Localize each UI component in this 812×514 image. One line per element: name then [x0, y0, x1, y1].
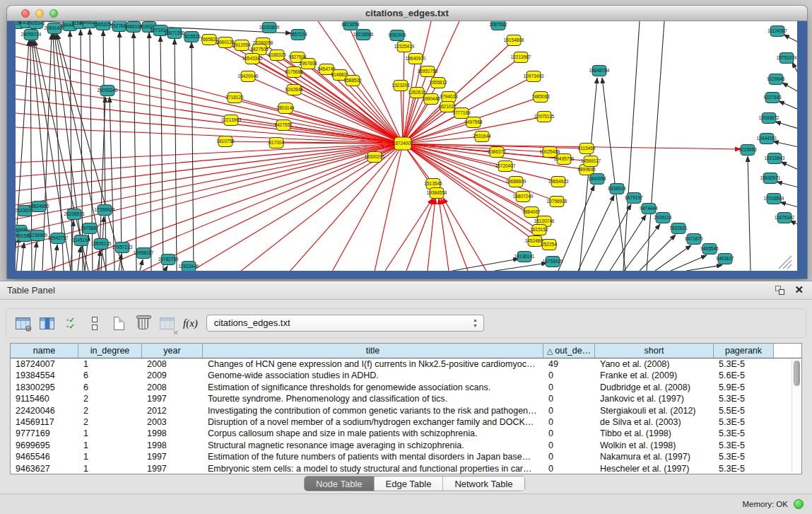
resize-grip-icon[interactable] — [787, 264, 792, 269]
graph-node[interactable]: 1990448 — [422, 94, 440, 105]
graph-node[interactable]: 12213963 — [221, 115, 242, 126]
graph-node[interactable]: 7955812 — [429, 78, 447, 88]
graph-node[interactable]: 17957223 — [112, 243, 133, 253]
graph-node[interactable]: 8813054 — [341, 21, 360, 30]
cell-year[interactable]: 1997 — [142, 393, 203, 404]
cell-title[interactable]: Changes of HCN gene expression and I(f) … — [203, 358, 543, 370]
graph-node[interactable]: 13505135 — [91, 239, 112, 250]
row-selector-icon[interactable] — [84, 313, 105, 334]
graph-node[interactable]: 19654923 — [548, 177, 569, 187]
cell-in_degree[interactable]: 2 — [78, 393, 142, 404]
cell-out_de[interactable]: 0 — [543, 428, 595, 439]
cell-pagerank[interactable]: 5.3E-5 — [714, 416, 774, 428]
cell-in_degree[interactable]: 2 — [78, 405, 142, 416]
cell-pagerank[interactable]: 5.5E-5 — [714, 405, 774, 416]
cell-in_degree[interactable]: 1 — [78, 440, 142, 451]
cell-title[interactable]: Embryonic stem cells: a model to study s… — [203, 463, 543, 474]
graph-node[interactable]: 14136141 — [514, 252, 535, 262]
cell-name[interactable]: 18724007 — [11, 358, 78, 370]
graph-node[interactable]: 2935114 — [654, 213, 672, 223]
cell-in_degree[interactable]: 1 — [78, 358, 142, 370]
cell-in_degree[interactable]: 1 — [78, 428, 142, 439]
graph-node[interactable]: 16154808 — [504, 35, 524, 46]
cell-year[interactable]: 1997 — [142, 463, 203, 474]
graph-node[interactable]: 2531644 — [473, 132, 491, 142]
cell-pagerank[interactable]: 5.3E-5 — [714, 428, 774, 439]
new-table-icon[interactable] — [108, 313, 129, 334]
cell-in_degree[interactable]: 6 — [78, 382, 142, 393]
close-panel-icon[interactable]: ✕ — [794, 284, 804, 296]
column-header-in_degree[interactable]: in_degree — [78, 344, 142, 358]
graph-node[interactable]: 23420046 — [238, 71, 259, 82]
graph-node[interactable]: 12942757 — [48, 233, 69, 244]
cell-title[interactable]: Estimation of significance thresholds fo… — [203, 382, 543, 393]
show-column-icon[interactable] — [36, 313, 57, 334]
graph-node[interactable]: 8660128 — [216, 37, 235, 48]
graph-node[interactable]: 15751074 — [777, 53, 797, 64]
graph-node[interactable]: 8938924 — [608, 184, 626, 194]
graph-node[interactable]: 1840954 — [588, 174, 606, 185]
cell-name[interactable]: 9463627 — [11, 463, 78, 474]
table-row[interactable]: 969969511998Structural magnetic resonanc… — [11, 440, 791, 451]
cell-pagerank[interactable]: 5.3E-5 — [714, 440, 774, 451]
cell-name[interactable]: 22420046 — [11, 405, 78, 416]
cell-out_de[interactable]: 0 — [543, 463, 595, 474]
cell-year[interactable]: 2009 — [142, 370, 203, 381]
cell-name[interactable]: 9465546 — [11, 451, 78, 462]
graph-node[interactable]: 9215953 — [739, 145, 757, 156]
network-canvas[interactable]: 8823954906367179053422405572420691406884… — [16, 21, 797, 271]
cell-short[interactable]: Hescheler et al. (1997) — [595, 463, 714, 474]
graph-node[interactable]: 9777169 — [452, 108, 471, 119]
graph-node[interactable]: 1615152 — [530, 225, 548, 235]
graph-node[interactable]: 11156869 — [28, 230, 47, 241]
graph-node[interactable]: 9465546 — [700, 244, 719, 255]
cell-short[interactable]: Nakamura et al. (1997) — [595, 451, 714, 462]
graph-node[interactable]: 9474444 — [640, 204, 658, 214]
graph-node[interactable]: 16782759 — [158, 255, 179, 265]
scrollbar-thumb[interactable] — [794, 361, 800, 386]
graph-node[interactable]: 9497568 — [464, 117, 483, 128]
graph-node[interactable]: 9884067 — [522, 207, 541, 218]
graph-node[interactable]: 9463627 — [716, 254, 734, 264]
graph-node[interactable]: 10756928 — [547, 197, 567, 207]
cell-title[interactable]: Corpus callosum shape and size in male p… — [203, 428, 543, 439]
cell-title[interactable]: Genome-wide association studies in ADHD. — [203, 370, 543, 381]
graph-node[interactable]: 2967608 — [299, 59, 317, 69]
graph-node[interactable]: 9052906 — [388, 30, 406, 41]
cell-out_de[interactable]: 0 — [543, 370, 595, 381]
column-header-title[interactable]: title — [203, 344, 543, 358]
graph-node[interactable]: 8471670 — [685, 234, 703, 245]
tab-node-table[interactable]: Node Table — [305, 477, 375, 491]
graph-node[interactable]: 2386372 — [488, 147, 506, 158]
graph-node[interactable]: 12213987 — [511, 52, 531, 63]
cell-name[interactable]: 18300295 — [11, 382, 78, 393]
function-builder-icon[interactable]: f(x) — [183, 317, 198, 329]
table-selector-dropdown[interactable]: citations_edges.txt ▲▼ — [206, 315, 484, 332]
column-header-pagerank[interactable]: pagerank — [714, 344, 774, 358]
cell-name[interactable]: 19384554 — [11, 370, 78, 381]
tab-edge-table[interactable]: Edge Table — [375, 477, 444, 491]
graph-node[interactable]: 1588520 — [343, 76, 362, 86]
graph-node[interactable]: 7632621 — [669, 223, 688, 234]
graph-node[interactable]: 19218586 — [353, 30, 374, 40]
cell-year[interactable]: 2003 — [142, 416, 203, 428]
cell-short[interactable]: de Silva et al. (2003) — [595, 416, 714, 428]
cell-title[interactable]: Disruption of a novel member of a sodium… — [203, 416, 543, 428]
cell-in_degree[interactable]: 1 — [78, 463, 142, 474]
graph-node[interactable]: 2803144 — [276, 103, 295, 114]
table-row[interactable]: 977716911998Corpus callosum shape and si… — [11, 428, 791, 439]
cell-short[interactable]: Dudbridge et al. (2008) — [595, 382, 714, 393]
graph-node[interactable]: 7665822 — [200, 35, 218, 45]
cell-short[interactable]: Yano et al. (2008) — [595, 358, 714, 370]
graph-node[interactable]: 7815526 — [182, 32, 201, 42]
cell-year[interactable]: 1998 — [142, 428, 203, 439]
graph-node[interactable]: 12923446 — [179, 262, 199, 271]
column-header-out_de[interactable]: △out_de… — [543, 344, 595, 358]
cell-out_de[interactable]: 49 — [543, 358, 595, 370]
graph-node[interactable]: 1323203 — [392, 81, 410, 91]
graph-node[interactable]: 5175685 — [285, 67, 303, 78]
graph-node[interactable]: 17359924 — [95, 205, 115, 216]
cell-year[interactable]: 2012 — [142, 405, 203, 416]
graph-node[interactable]: 1810756 — [216, 136, 235, 147]
graph-node[interactable]: 6679197 — [625, 193, 643, 204]
